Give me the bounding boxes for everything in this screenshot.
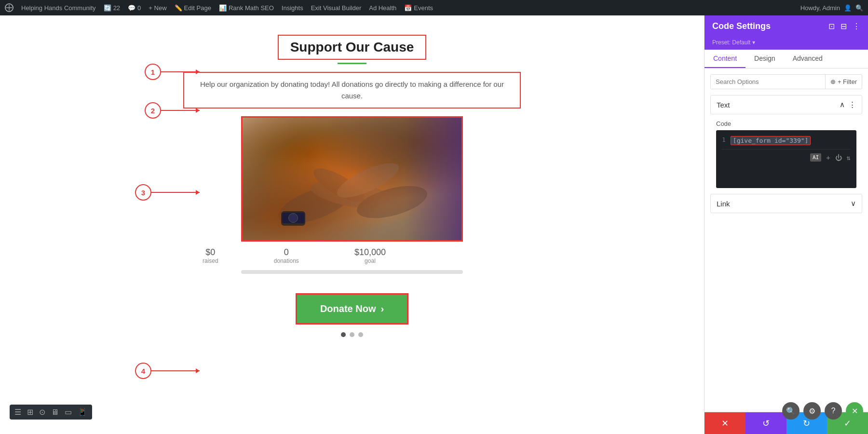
annotation-3: 3 (135, 184, 151, 201)
panel-title: Code Settings (712, 21, 771, 31)
admin-bar-ad-health[interactable]: Ad Health (369, 4, 396, 12)
filter-button[interactable]: ⊕ + Filter (825, 75, 862, 89)
description-text: Help our organization by donating today!… (183, 72, 521, 108)
ai-icon[interactable]: AI (810, 153, 821, 162)
text-section-icons: ∧ ⋮ (840, 100, 856, 109)
code-label: Code (710, 120, 862, 130)
admin-bar-user[interactable]: Howdy, Admin 👤 🔍 (800, 4, 863, 12)
carousel-dot-2[interactable] (350, 332, 354, 337)
donations-label: donations (274, 258, 299, 264)
tab-design[interactable]: Design (746, 50, 784, 68)
page-title: Support Our Cause (278, 35, 427, 60)
text-section-more-icon[interactable]: ⋮ (849, 100, 856, 109)
donations-value: 0 (274, 247, 299, 258)
admin-bar-new[interactable]: + New (149, 4, 166, 12)
fundraising-image (241, 116, 463, 242)
toolbar-mobile-icon[interactable]: 📱 (78, 407, 87, 417)
chevron-down-icon[interactable]: ∨ (851, 199, 856, 208)
panel-expand-icon[interactable]: ⊡ (828, 22, 835, 31)
editor-add-icon[interactable]: + (826, 154, 830, 162)
admin-bar-comments[interactable]: 💬0 (128, 4, 141, 12)
admin-bar-updates[interactable]: 🔄22 (104, 4, 120, 12)
float-settings-button[interactable]: ⚙ (803, 402, 821, 420)
float-help-button[interactable]: ? (825, 402, 842, 420)
chevron-up-icon[interactable]: ∧ (840, 100, 845, 109)
editor-toolbar: AI + ⏻ ⇅ (722, 149, 851, 162)
carousel-dots (183, 332, 521, 337)
carousel-dot-1[interactable] (341, 332, 346, 337)
panel-header: Code Settings ⊡ ⊟ ⋮ (705, 15, 868, 37)
carousel-dot-3[interactable] (358, 332, 363, 337)
content-wrapper: 1 Support Our Cause 2 Help our organizat… (183, 35, 521, 337)
title-underline (338, 63, 366, 64)
text-section-label: Text (717, 101, 730, 109)
admin-bar-events[interactable]: 📅Events (404, 4, 433, 12)
section-title: Support Our Cause (183, 35, 521, 64)
panel-preset[interactable]: Preset: Default ▾ (705, 37, 868, 50)
admin-bar-exit-builder[interactable]: Exit Visual Builder (311, 4, 362, 12)
code-editor[interactable]: 1 [give_form id="339"] AI + ⏻ ⇅ (716, 130, 856, 188)
toolbar-hamburger-icon[interactable]: ☰ (14, 407, 21, 417)
search-options-input[interactable] (711, 75, 825, 89)
editor-sort-icon[interactable]: ⇅ (847, 154, 851, 162)
progress-bar-container (241, 270, 463, 274)
bottom-toolbar: ☰ ⊞ ⊙ 🖥 ▭ 📱 (10, 405, 92, 420)
main-layout: 1 Support Our Cause 2 Help our organizat… (0, 15, 868, 434)
code-value[interactable]: [give_form id="339"] (731, 136, 811, 145)
raised-label: raised (203, 258, 218, 264)
link-section-label: Link (717, 200, 730, 208)
editor-power-icon[interactable]: ⏻ (835, 154, 842, 162)
annotation-4: 4 (135, 363, 151, 379)
admin-bar-site[interactable]: Helping Hands Community (21, 4, 96, 12)
toolbar-tablet-icon[interactable]: ▭ (65, 407, 72, 417)
admin-bar-logo[interactable] (5, 3, 14, 12)
section-description: Help our organization by donating today!… (183, 72, 521, 108)
panel-header-icons: ⊡ ⊟ ⋮ (828, 22, 860, 31)
admin-bar: Helping Hands Community 🔄22 💬0 + New ✏️E… (0, 0, 868, 15)
panel-more-icon[interactable]: ⋮ (853, 22, 860, 31)
text-section: Text ∧ ⋮ (710, 95, 862, 114)
stat-raised: $0 raised (203, 247, 218, 264)
annotation-1: 1 (145, 64, 161, 80)
undo-button[interactable]: ↺ (746, 412, 787, 434)
toolbar-search-icon[interactable]: ⊙ (39, 407, 45, 417)
admin-bar-edit-page[interactable]: ✏️Edit Page (175, 4, 211, 12)
annotation-2: 2 (145, 102, 161, 119)
stats-bar: $0 raised 0 donations $10,000 goal (183, 242, 405, 270)
panel-tabs: Content Design Advanced (705, 50, 868, 68)
link-section: Link ∨ (710, 194, 862, 213)
line-number: 1 (722, 136, 726, 145)
panel-body: ⊕ + Filter Text ∧ ⋮ Code 1 (705, 68, 868, 412)
section-image (183, 116, 521, 242)
toolbar-desktop-icon[interactable]: 🖥 (51, 408, 59, 417)
float-search-button[interactable]: 🔍 (782, 402, 800, 420)
cancel-button[interactable]: ✕ (705, 412, 746, 434)
donate-section: Donate Now › (183, 293, 521, 325)
tab-advanced[interactable]: Advanced (784, 50, 831, 68)
canvas: 1 Support Our Cause 2 Help our organizat… (0, 15, 704, 434)
filter-label: + Filter (838, 78, 857, 85)
panel-layout-icon[interactable]: ⊟ (841, 22, 847, 31)
admin-bar-insights[interactable]: Insights (282, 4, 303, 12)
tab-content[interactable]: Content (705, 50, 746, 68)
toolbar-grid-icon[interactable]: ⊞ (27, 407, 33, 417)
filter-icon: ⊕ (830, 78, 836, 85)
float-close-button[interactable]: ✕ (846, 402, 863, 420)
donate-arrow-icon: › (380, 303, 384, 314)
donate-label: Donate Now (320, 303, 376, 314)
right-float-buttons: 🔍 ⚙ ? ✕ (782, 402, 863, 420)
link-section-header[interactable]: Link ∨ (711, 194, 862, 213)
search-options-container: ⊕ + Filter (710, 74, 862, 89)
raised-value: $0 (203, 247, 218, 258)
donate-button[interactable]: Donate Now › (296, 293, 408, 325)
goal-value: $10,000 (354, 247, 386, 258)
right-panel: Code Settings ⊡ ⊟ ⋮ Preset: Default ▾ Co… (704, 15, 868, 434)
admin-bar-rank-math[interactable]: 📊Rank Math SEO (219, 4, 274, 12)
stat-goal: $10,000 goal (354, 247, 386, 264)
code-line: 1 [give_form id="339"] (722, 136, 851, 145)
goal-label: goal (354, 258, 386, 264)
stat-donations: 0 donations (274, 247, 299, 264)
text-section-header[interactable]: Text ∧ ⋮ (711, 95, 862, 114)
